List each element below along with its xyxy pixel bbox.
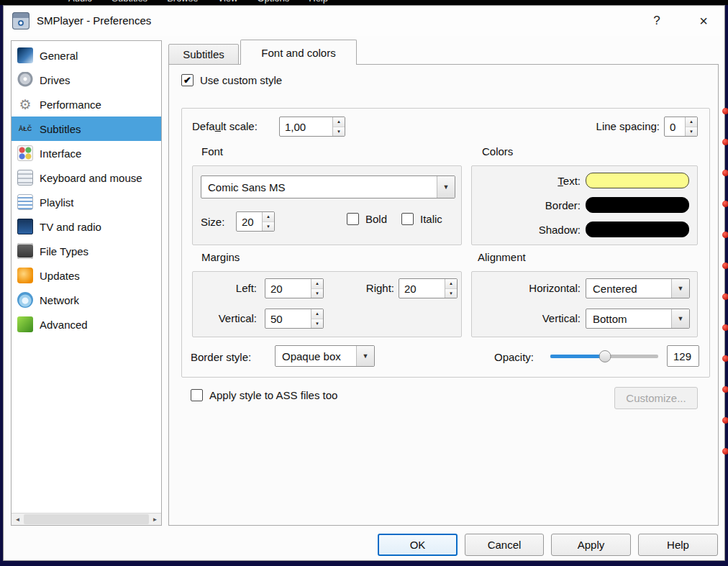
spin-down-button[interactable]: ▼: [686, 127, 697, 137]
margin-vertical-spinbox[interactable]: 50 ▲▼: [265, 309, 324, 329]
spin-down-button[interactable]: ▼: [333, 127, 345, 137]
spin-up-button[interactable]: ▲: [686, 117, 697, 127]
use-custom-style-checkbox[interactable]: ✔ Use custom style: [181, 74, 282, 86]
font-size-spinbox[interactable]: 20 ▲▼: [236, 211, 275, 232]
sidebar-horizontal-scrollbar[interactable]: ◄ ►: [12, 513, 161, 525]
sidebar-item-updates[interactable]: Updates: [12, 263, 161, 288]
sidebar-item-label: Advanced: [40, 319, 88, 331]
gear-icon: ⚙: [17, 96, 33, 112]
line-spacing-spinbox[interactable]: 0 ▲▼: [664, 117, 698, 137]
chevron-down-icon[interactable]: ▼: [671, 309, 689, 328]
chevron-down-icon[interactable]: ▼: [437, 176, 455, 198]
sidebar-item-label: Subtitles: [40, 123, 81, 135]
help-button[interactable]: Help: [638, 534, 718, 556]
border-color-swatch[interactable]: [586, 197, 689, 213]
spin-up-button[interactable]: ▲: [311, 279, 323, 289]
sidebar-item-keyboard-and-mouse[interactable]: Keyboard and mouse: [12, 165, 161, 190]
spin-up-button[interactable]: ▲: [333, 117, 345, 127]
spin-up-button[interactable]: ▲: [445, 279, 457, 289]
window-close-button[interactable]: ×: [693, 10, 714, 32]
sidebar-item-file-types[interactable]: File Types: [12, 239, 161, 263]
ok-button[interactable]: OK: [378, 534, 458, 556]
default-scale-spinbox[interactable]: 1,00 ▲▼: [279, 117, 345, 137]
spinbox-value: 0: [665, 117, 685, 136]
sidebar-item-label: Keyboard and mouse: [40, 172, 142, 184]
background-red-dot: [722, 293, 728, 300]
background-red-dot: [722, 201, 728, 207]
checkbox-label: Apply style to ASS files too: [209, 389, 337, 401]
margin-left-spinbox[interactable]: 20 ▲▼: [265, 278, 324, 298]
scroll-right-icon[interactable]: ►: [149, 513, 161, 525]
opacity-label: Opacity:: [478, 351, 534, 363]
sidebar-item-interface[interactable]: Interface: [12, 141, 161, 165]
sidebar-item-tv-and-radio[interactable]: TV and radio: [12, 214, 161, 239]
alignment-group-title: Alignment: [478, 251, 526, 263]
chevron-down-icon[interactable]: ▼: [671, 279, 689, 298]
sidebar-item-performance[interactable]: ⚙ Performance: [12, 92, 161, 117]
drive-icon: [17, 72, 33, 88]
bg-menu-item: Options: [257, 0, 289, 4]
tab-subtitles[interactable]: Subtitles: [168, 44, 239, 65]
alignment-vertical-label: Vertical:: [509, 312, 581, 324]
alignment-vertical-combobox[interactable]: Bottom ▼: [586, 309, 690, 329]
window-title: SMPlayer - Preferences: [37, 14, 151, 27]
apply-button[interactable]: Apply: [551, 534, 631, 556]
border-style-combobox[interactable]: Opaque box ▼: [275, 345, 375, 367]
background-red-dot: [722, 139, 728, 145]
general-icon: [17, 47, 33, 63]
scroll-left-icon[interactable]: ◄: [12, 513, 24, 525]
spin-up-button[interactable]: ▲: [263, 212, 274, 222]
background-red-dot: [722, 355, 728, 362]
cancel-button[interactable]: Cancel: [465, 534, 544, 556]
tab-label: Subtitles: [183, 48, 224, 60]
checkbox-label: Use custom style: [200, 74, 282, 86]
background-red-dot: [722, 324, 728, 331]
scrollbar-track[interactable]: [24, 513, 149, 525]
playlist-icon: [17, 194, 33, 210]
shadow-color-swatch[interactable]: [586, 222, 689, 237]
sidebar-item-label: Performance: [40, 99, 101, 111]
spin-down-button[interactable]: ▼: [311, 319, 323, 329]
sidebar-item-label: Playlist: [40, 196, 74, 209]
sidebar-item-label: Updates: [40, 270, 80, 282]
margin-right-spinbox[interactable]: 20 ▲▼: [399, 278, 458, 298]
opacity-slider-handle[interactable]: [599, 350, 611, 362]
shadow-color-label: Shadow:: [509, 224, 581, 236]
text-color-swatch[interactable]: [586, 173, 689, 188]
scrollbar-thumb[interactable]: [24, 514, 149, 524]
chevron-down-icon[interactable]: ▼: [356, 346, 374, 366]
border-color-label: Border:: [509, 199, 581, 211]
tab-font-and-colors[interactable]: Font and colors: [240, 40, 357, 65]
sidebar-item-playlist[interactable]: Playlist: [12, 190, 161, 214]
sidebar-item-advanced[interactable]: Advanced: [12, 312, 161, 337]
spin-down-button[interactable]: ▼: [311, 289, 323, 298]
sidebar-item-drives[interactable]: Drives: [12, 68, 161, 92]
bg-menu-item: Audio: [68, 0, 92, 4]
alignment-horizontal-combobox[interactable]: Centered ▼: [586, 278, 690, 298]
italic-checkbox[interactable]: Italic: [401, 213, 442, 225]
spin-down-button[interactable]: ▼: [263, 222, 274, 232]
interface-palette-icon: [17, 145, 33, 161]
filmstrip-icon: [17, 243, 33, 259]
margin-vertical-label: Vertical:: [192, 312, 257, 324]
margin-right-label: Right:: [344, 282, 394, 294]
smplayer-logo-icon: [12, 12, 29, 29]
sidebar-item-network[interactable]: Network: [12, 288, 161, 312]
tv-icon: [17, 219, 33, 234]
opacity-value-field[interactable]: 129: [667, 345, 699, 367]
bold-checkbox[interactable]: Bold: [347, 213, 387, 225]
font-family-combobox[interactable]: Comic Sans MS ▼: [201, 175, 455, 198]
opacity-slider[interactable]: [550, 350, 658, 362]
background-red-dot: [722, 170, 728, 176]
sidebar-item-label: Drives: [40, 74, 70, 86]
sidebar-item-subtitles[interactable]: ÅŁČ Subtitles: [12, 117, 161, 141]
border-style-label: Border style:: [191, 351, 251, 363]
spin-down-button[interactable]: ▼: [445, 289, 457, 298]
sidebar-item-general[interactable]: General: [12, 43, 161, 68]
combobox-value: Comic Sans MS: [201, 176, 437, 198]
preferences-dialog: SMPlayer - Preferences ? × General Drive…: [3, 5, 725, 561]
window-help-button[interactable]: ?: [646, 10, 668, 32]
spin-up-button[interactable]: ▲: [311, 309, 323, 319]
opacity-slider-fill: [550, 355, 605, 358]
apply-style-to-ass-checkbox[interactable]: Apply style to ASS files too: [191, 389, 337, 401]
